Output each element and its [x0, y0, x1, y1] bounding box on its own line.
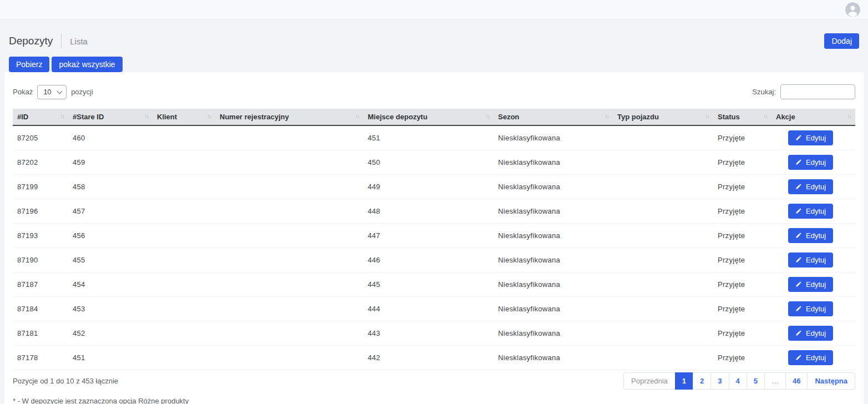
column-header-label: Numer rejestracyjny [220, 113, 289, 121]
column-header-label: #Stare ID [73, 113, 104, 121]
cell-stare-id: 452 [68, 321, 153, 345]
pagination-next[interactable]: Następna [807, 372, 855, 390]
table-footer: Pozycje od 1 do 10 z 453 łącznie Poprzed… [13, 372, 855, 390]
add-button[interactable]: Dodaj [824, 33, 859, 49]
cell-id: 87205 [13, 125, 68, 150]
cell-typ-pojazdu [613, 223, 713, 248]
search-input[interactable] [780, 84, 855, 99]
sort-icon: ↑↓ [207, 113, 211, 119]
cell-miejsce-depozytu: 451 [363, 125, 494, 150]
download-button[interactable]: Pobierz [9, 57, 49, 72]
table-row: 87184 453 444 Niesklasyfikowana Przyjęte… [13, 296, 855, 321]
cell-sezon: Niesklasyfikowana [494, 150, 613, 174]
column-header-typ-pojazdu[interactable]: ↑↓Typ pojazdu [613, 109, 713, 125]
column-header-miejsce-depozytu[interactable]: ↑↓Miejsce depozytu [363, 109, 494, 125]
column-header-label: Miejsce depozytu [368, 113, 428, 121]
edit-button-label: Edytuj [806, 305, 826, 313]
pencil-icon [795, 281, 802, 287]
cell-status: Przyjęte [713, 199, 771, 223]
pagination-page-4[interactable]: 4 [729, 372, 747, 390]
pagination-page-1[interactable]: 1 [675, 372, 693, 390]
user-avatar-icon[interactable] [845, 2, 860, 17]
cell-stare-id: 455 [68, 248, 153, 272]
edit-button[interactable]: Edytuj [788, 179, 833, 194]
cell-miejsce-depozytu: 446 [363, 248, 494, 272]
column-header-akcje[interactable]: ↑↓Akcje [771, 109, 855, 125]
cell-stare-id: 457 [68, 199, 153, 223]
entries-label: pozycji [71, 88, 93, 96]
pencil-icon [795, 208, 802, 214]
edit-button[interactable]: Edytuj [788, 252, 833, 267]
cell-stare-id: 460 [68, 125, 153, 150]
column-header--stare-id[interactable]: ↑↓#Stare ID [68, 109, 153, 125]
sort-icon: ↑↓ [705, 113, 709, 119]
cell-sezon: Niesklasyfikowana [494, 223, 613, 248]
pagination-page-46[interactable]: 46 [785, 372, 808, 390]
pencil-icon [795, 134, 802, 141]
cell-numer-rejestracyjny [215, 248, 363, 272]
edit-button[interactable]: Edytuj [788, 277, 833, 292]
cell-status: Przyjęte [713, 321, 771, 345]
edit-button[interactable]: Edytuj [788, 204, 833, 219]
edit-button[interactable]: Edytuj [788, 326, 833, 341]
cell-sezon: Niesklasyfikowana [494, 345, 613, 370]
column-header-klient[interactable]: ↑↓Klient [153, 109, 215, 125]
cell-numer-rejestracyjny [215, 199, 363, 223]
cell-miejsce-depozytu: 445 [363, 272, 494, 296]
pagination-page-2[interactable]: 2 [693, 372, 711, 390]
table-row: 87193 456 447 Niesklasyfikowana Przyjęte… [13, 223, 855, 248]
edit-button[interactable]: Edytuj [788, 130, 833, 145]
cell-status: Przyjęte [713, 296, 771, 321]
cell-id: 87199 [13, 174, 68, 199]
cell-numer-rejestracyjny [215, 321, 363, 345]
sort-icon: ↑↓ [485, 113, 489, 119]
cell-klient [153, 345, 215, 370]
column-header-status[interactable]: ↑↓Status [713, 109, 771, 125]
column-header-sezon[interactable]: ↑↓Sezon [494, 109, 613, 125]
edit-button-label: Edytuj [806, 256, 826, 264]
cell-akcje: Edytuj [771, 272, 855, 296]
column-header-numer-rejestracyjny[interactable]: ↑↓Numer rejestracyjny [215, 109, 363, 125]
cell-miejsce-depozytu: 449 [363, 174, 494, 199]
show-all-button[interactable]: pokaż wszystkie [52, 57, 122, 72]
column-header--id[interactable]: ↑↓#ID [13, 109, 68, 125]
edit-button[interactable]: Edytuj [788, 350, 833, 365]
page-size-select[interactable]: 10 [37, 85, 67, 99]
cell-id: 87202 [13, 150, 68, 174]
edit-button[interactable]: Edytuj [788, 301, 833, 316]
cell-typ-pojazdu [613, 199, 713, 223]
page-title: Depozyty [9, 35, 53, 47]
edit-button-label: Edytuj [806, 354, 826, 362]
cell-status: Przyjęte [713, 150, 771, 174]
edit-button[interactable]: Edytuj [788, 228, 833, 243]
column-header-label: Status [718, 113, 740, 121]
cell-stare-id: 454 [68, 272, 153, 296]
page-header: Depozyty Lista Dodaj Pobierz pokaż wszys… [0, 20, 868, 72]
sort-icon: ↑↓ [763, 113, 767, 119]
cell-akcje: Edytuj [771, 199, 855, 223]
search-label: Szukaj: [752, 88, 776, 96]
cell-sezon: Niesklasyfikowana [494, 199, 613, 223]
cell-typ-pojazdu [613, 248, 713, 272]
pagination-previous[interactable]: Poprzednia [623, 372, 676, 390]
cell-akcje: Edytuj [771, 321, 855, 345]
table-row: 87178 451 442 Niesklasyfikowana Przyjęte… [13, 345, 855, 370]
table-row: 87202 459 450 Niesklasyfikowana Przyjęte… [13, 150, 855, 174]
cell-stare-id: 458 [68, 174, 153, 199]
pencil-icon [795, 159, 802, 165]
column-header-label: Akcje [776, 113, 795, 121]
cell-numer-rejestracyjny [215, 272, 363, 296]
cell-sezon: Niesklasyfikowana [494, 321, 613, 345]
cell-sezon: Niesklasyfikowana [494, 296, 613, 321]
pagination-ellipsis: … [764, 372, 786, 390]
pencil-icon [795, 256, 802, 263]
deposits-table: ↑↓#ID↑↓#Stare ID↑↓Klient↑↓Numer rejestra… [13, 109, 855, 370]
cell-akcje: Edytuj [771, 125, 855, 150]
cell-akcje: Edytuj [771, 223, 855, 248]
cell-numer-rejestracyjny [215, 174, 363, 199]
edit-button[interactable]: Edytuj [788, 155, 833, 170]
pagination-page-3[interactable]: 3 [710, 372, 729, 390]
pagination-page-5[interactable]: 5 [747, 372, 765, 390]
edit-button-label: Edytuj [806, 207, 826, 215]
cell-stare-id: 451 [68, 345, 153, 370]
